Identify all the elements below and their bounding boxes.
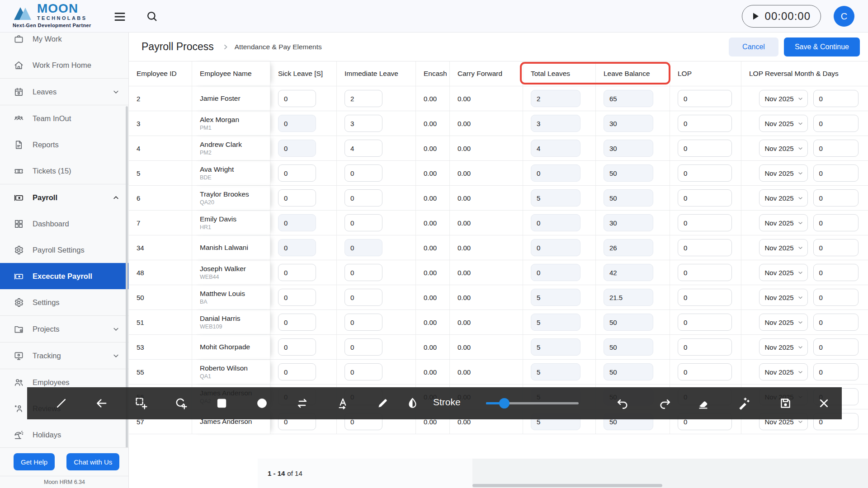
immediate-leave-input[interactable] (344, 264, 382, 281)
lop-days-input[interactable] (813, 214, 859, 231)
undo-tool-icon[interactable] (616, 397, 629, 410)
sick-leave-input[interactable] (278, 289, 316, 306)
play-icon[interactable] (752, 12, 760, 20)
total-leaves-input[interactable] (531, 115, 580, 132)
sick-leave-input[interactable] (278, 338, 316, 356)
redo-tool-icon[interactable] (658, 397, 671, 410)
lop-input[interactable] (678, 363, 732, 380)
total-leaves-input[interactable] (531, 189, 580, 206)
get-help-button[interactable]: Get Help (14, 453, 55, 470)
total-leaves-input[interactable] (531, 314, 580, 331)
total-leaves-input[interactable] (531, 363, 580, 380)
lop-days-input[interactable] (813, 363, 859, 380)
immediate-leave-input[interactable] (344, 90, 382, 107)
immediate-leave-input[interactable] (344, 314, 382, 331)
save-tool-icon[interactable] (779, 397, 792, 410)
lop-days-input[interactable] (813, 189, 859, 206)
lop-month-select[interactable]: Nov 2025 (759, 214, 808, 231)
swap-tool-icon[interactable] (296, 397, 309, 410)
lop-input[interactable] (678, 115, 732, 132)
immediate-leave-input[interactable] (344, 164, 382, 182)
sidebar-item-tickets-15[interactable]: Tickets (15) (0, 158, 128, 184)
contrast-tool-icon[interactable] (406, 397, 419, 410)
time-tracker[interactable]: 00:00:00 (742, 5, 821, 28)
leave-balance-input[interactable] (604, 90, 653, 107)
line-tool-icon[interactable] (55, 397, 68, 410)
immediate-leave-input[interactable] (344, 338, 382, 356)
lop-days-input[interactable] (813, 115, 859, 132)
immediate-leave-input[interactable] (344, 214, 382, 231)
lop-days-input[interactable] (813, 314, 859, 331)
total-leaves-input[interactable] (531, 264, 580, 281)
leave-balance-input[interactable] (604, 115, 653, 132)
immediate-leave-input[interactable] (344, 363, 382, 380)
leave-balance-input[interactable] (604, 264, 653, 281)
leave-balance-input[interactable] (604, 338, 653, 356)
sick-leave-input[interactable] (278, 164, 316, 182)
sick-leave-input[interactable] (278, 264, 316, 281)
sick-leave-input[interactable] (278, 140, 316, 157)
leave-balance-input[interactable] (604, 363, 653, 380)
sidebar-item-holidays[interactable]: Holidays (0, 422, 128, 448)
total-leaves-input[interactable] (531, 90, 580, 107)
lop-input[interactable] (678, 338, 732, 356)
crop-add-tool-icon[interactable] (135, 397, 148, 410)
immediate-leave-input[interactable] (344, 189, 382, 206)
lop-month-select[interactable]: Nov 2025 (759, 338, 808, 356)
leave-balance-input[interactable] (604, 214, 653, 231)
close-tool-icon[interactable] (817, 397, 830, 410)
lop-days-input[interactable] (813, 164, 859, 182)
sidebar-item-projects[interactable]: Projects (0, 316, 128, 342)
leave-balance-input[interactable] (604, 239, 653, 256)
leave-balance-input[interactable] (604, 314, 653, 331)
chat-with-us-button[interactable]: Chat with Us (66, 453, 119, 470)
sidebar-item-payroll-settings[interactable]: Payroll Settings (0, 237, 128, 263)
sidebar-item-reports[interactable]: Reports (0, 131, 128, 158)
save-continue-button[interactable]: Save & Continue (784, 38, 860, 56)
lop-days-input[interactable] (813, 338, 859, 356)
sick-leave-input[interactable] (278, 115, 316, 132)
lop-month-select[interactable]: Nov 2025 (759, 363, 808, 380)
lop-input[interactable] (678, 314, 732, 331)
lop-days-input[interactable] (813, 289, 859, 306)
lop-month-select[interactable]: Nov 2025 (759, 189, 808, 206)
eraser-tool-icon[interactable] (697, 397, 710, 410)
leave-balance-input[interactable] (604, 189, 653, 206)
immediate-leave-input[interactable] (344, 140, 382, 157)
avatar[interactable]: C (834, 6, 854, 27)
lop-days-input[interactable] (813, 239, 859, 256)
pen-tool-icon[interactable] (376, 397, 389, 410)
sidebar-item-dashboard[interactable]: Dashboard (0, 211, 128, 237)
sick-leave-input[interactable] (278, 363, 316, 380)
lop-month-select[interactable]: Nov 2025 (759, 164, 808, 182)
sidebar-item-work-from-home[interactable]: Work From Home (0, 52, 128, 78)
lop-input[interactable] (678, 164, 732, 182)
lop-days-input[interactable] (813, 264, 859, 281)
immediate-leave-input[interactable] (344, 289, 382, 306)
ellipse-tool-icon[interactable] (255, 397, 269, 410)
immediate-leave-input[interactable] (344, 239, 382, 256)
total-leaves-input[interactable] (531, 338, 580, 356)
lop-input[interactable] (678, 189, 732, 206)
rectangle-tool-icon[interactable] (215, 397, 228, 410)
text-tool-icon[interactable] (336, 397, 349, 410)
sidebar-item-my-work[interactable]: My Work (0, 33, 128, 52)
sidebar-item-excecute-payroll[interactable]: Excecute Payroll (0, 263, 128, 289)
lop-month-select[interactable]: Nov 2025 (759, 140, 808, 157)
arrow-tool-icon[interactable] (95, 397, 108, 410)
total-leaves-input[interactable] (531, 214, 580, 231)
sick-leave-input[interactable] (278, 214, 316, 231)
total-leaves-input[interactable] (531, 239, 580, 256)
lop-month-select[interactable]: Nov 2025 (759, 314, 808, 331)
sick-leave-input[interactable] (278, 314, 316, 331)
lop-input[interactable] (678, 140, 732, 157)
lop-input[interactable] (678, 239, 732, 256)
leave-balance-input[interactable] (604, 289, 653, 306)
lop-input[interactable] (678, 264, 732, 281)
stroke-slider[interactable] (486, 402, 579, 404)
lop-month-select[interactable]: Nov 2025 (759, 115, 808, 132)
menu-icon[interactable] (113, 10, 127, 23)
immediate-leave-input[interactable] (344, 115, 382, 132)
lop-input[interactable] (678, 289, 732, 306)
lop-month-select[interactable]: Nov 2025 (759, 289, 808, 306)
